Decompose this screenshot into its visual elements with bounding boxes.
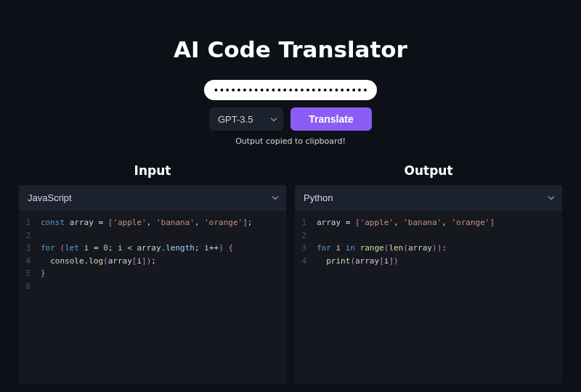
code-line: 5} [19, 267, 286, 280]
input-heading: Input [19, 163, 286, 178]
code-line: 1array = ['apple', 'banana', 'orange'] [295, 216, 562, 229]
page-title: AI Code Translator [174, 36, 407, 62]
input-panel: Input JavaScript 1const array = ['apple'… [19, 163, 286, 384]
input-code-editor[interactable]: 1const array = ['apple', 'banana', 'oran… [19, 210, 286, 384]
line-content: array = ['apple', 'banana', 'orange'] [312, 216, 562, 229]
output-code-editor[interactable]: 1array = ['apple', 'banana', 'orange']23… [295, 210, 562, 384]
line-content [36, 229, 286, 242]
line-content: const array = ['apple', 'banana', 'orang… [36, 216, 286, 229]
output-panel: Output Python 1array = ['apple', 'banana… [295, 163, 562, 384]
line-content: } [36, 267, 286, 280]
line-content: print(array[i]) [312, 255, 562, 268]
code-line: 2 [295, 229, 562, 242]
line-number: 3 [19, 242, 36, 255]
code-line: 3for (let i = 0; i < array.length; i++) … [19, 242, 286, 255]
line-content [36, 280, 286, 293]
line-content: for i in range(len(array)): [312, 242, 562, 255]
line-content: for (let i = 0; i < array.length; i++) { [36, 242, 286, 255]
translate-button[interactable]: Translate [290, 107, 372, 131]
line-content: console.log(array[i]); [36, 255, 286, 268]
code-line: 4 print(array[i]) [295, 255, 562, 268]
line-number: 5 [19, 267, 36, 280]
code-line: 1const array = ['apple', 'banana', 'oran… [19, 216, 286, 229]
output-language-select[interactable]: Python [295, 185, 562, 210]
status-message: Output copied to clipboard! [235, 136, 346, 146]
code-line: 2 [19, 229, 286, 242]
line-number: 4 [19, 255, 36, 268]
code-line: 3for i in range(len(array)): [295, 242, 562, 255]
api-key-input[interactable] [204, 80, 377, 100]
code-line: 6 [19, 280, 286, 293]
line-number: 1 [19, 216, 36, 229]
line-number: 1 [295, 216, 312, 229]
line-number: 3 [295, 242, 312, 255]
line-number: 4 [295, 255, 312, 268]
code-line: 4 console.log(array[i]); [19, 255, 286, 268]
line-content [312, 229, 562, 242]
model-select[interactable]: GPT-3.5 [209, 107, 283, 131]
output-heading: Output [295, 163, 562, 178]
line-number: 2 [19, 229, 36, 242]
line-number: 6 [19, 280, 36, 293]
input-language-select[interactable]: JavaScript [19, 185, 286, 210]
line-number: 2 [295, 229, 312, 242]
